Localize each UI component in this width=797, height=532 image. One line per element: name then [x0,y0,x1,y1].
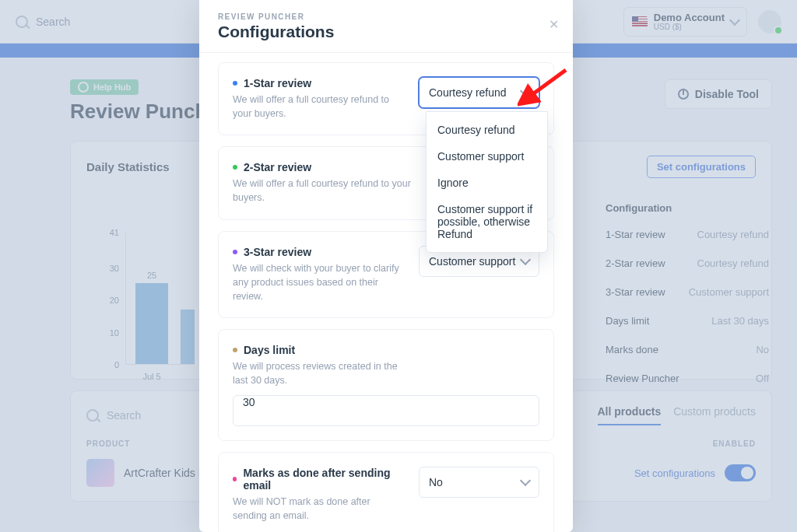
chevron-down-icon [520,254,531,264]
config-card-title: 2-Star review [244,161,311,173]
config-card-title: 3-Star review [244,246,311,258]
status-dot-icon [233,250,237,254]
config-card-title: 1-Star review [244,77,311,89]
config-card-desc: We will offer a full courtesy refund to … [233,177,412,205]
dropdown-menu: Courtesy refundCustomer supportIgnoreCus… [426,111,548,253]
dropdown-option[interactable]: Customer support [427,143,547,170]
config-card-desc: We will NOT mark as done after sending a… [233,495,405,523]
chevron-down-icon [520,86,531,96]
close-icon[interactable]: ✕ [549,17,559,32]
status-dot-icon [233,165,237,170]
dropdown-option[interactable]: Ignore [427,170,547,196]
chevron-down-icon [520,475,531,486]
status-dot-icon [233,477,237,481]
status-dot-icon [233,81,237,86]
status-dot-icon [233,348,237,352]
config-card: Marks as done after sending emailWe will… [218,452,554,532]
dropdown-option[interactable]: Courtesy refund [427,117,547,143]
dropdown-option[interactable]: Customer support if possible, otherwise … [427,196,547,247]
config-card-desc: We will process reviews created in the l… [233,359,412,387]
config-select[interactable]: No [419,467,539,498]
config-card-title: Days limit [244,344,295,356]
config-card-title: Marks as done after sending email [243,467,405,492]
config-card-desc: We will check with your buyer to clarify… [233,261,405,303]
modal-kicker: Review Puncher [218,12,554,21]
modal-title: Configurations [218,23,554,41]
days-limit-input[interactable]: 30 [233,395,539,426]
configurations-modal: Review Puncher Configurations ✕ 1-Star r… [199,0,573,532]
config-card-desc: We will offer a full courtesy refund to … [233,93,405,121]
config-select[interactable]: Courtesy refund [419,77,539,108]
config-card: Days limitWe will process reviews create… [218,329,554,441]
